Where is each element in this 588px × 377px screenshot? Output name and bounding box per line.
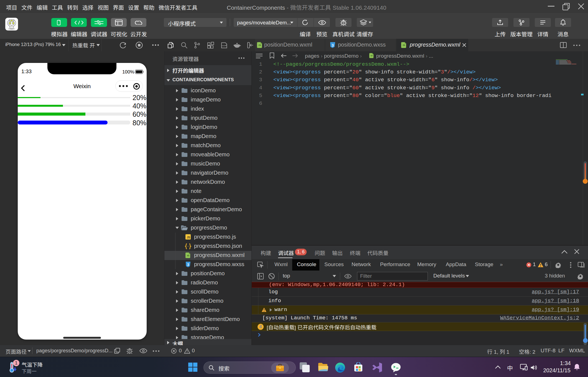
svg-text:3: 3 (332, 43, 334, 47)
svg-text:3: 3 (187, 263, 189, 267)
svg-text:JS: JS (187, 236, 190, 239)
